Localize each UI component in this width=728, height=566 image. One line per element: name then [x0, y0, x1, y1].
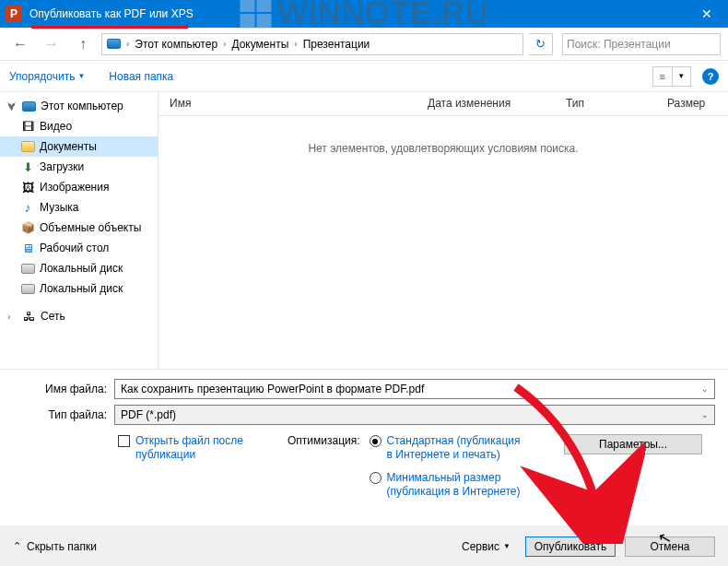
radio-standard[interactable]: Стандартная (публикация в Интернете и пе…	[370, 434, 525, 462]
filename-label: Имя файла:	[0, 383, 114, 395]
chevron-down-icon: ⌄	[701, 384, 709, 394]
pc-icon	[21, 99, 36, 113]
download-icon	[20, 159, 35, 174]
pc-icon	[106, 37, 121, 52]
sidebar-item-downloads[interactable]: Загрузки	[0, 157, 158, 177]
chevron-up-icon: ⌃	[13, 540, 21, 552]
disk-icon	[20, 261, 35, 276]
sidebar-item-desktop[interactable]: Рабочий стол	[0, 238, 158, 258]
music-icon	[20, 200, 35, 215]
powerpoint-icon: P	[6, 6, 22, 22]
breadcrumb-p2[interactable]: Презентации	[303, 38, 370, 51]
sidebar-item-pictures[interactable]: Изображения	[0, 177, 158, 197]
filename-input[interactable]: Как сохранить презентацию PowerPoint в ф…	[114, 379, 715, 399]
chevron-right-icon: ›	[124, 39, 131, 49]
filetype-combo[interactable]: PDF (*.pdf) ⌄	[114, 405, 715, 425]
chevron-down-icon: ▼	[503, 542, 511, 550]
chevron-down-icon: ▼	[77, 72, 85, 80]
footer: ⌃ Скрыть папки Сервис ▼ Опубликовать Отм…	[0, 525, 728, 566]
title-bar: P Опубликовать как PDF или XPS ✕	[0, 0, 728, 28]
sidebar-item-local-disk-1[interactable]: Локальный диск	[0, 258, 158, 278]
sidebar-item-network[interactable]: ›Сеть	[0, 306, 158, 326]
radio-minimum[interactable]: Минимальный размер (публикация в Интерне…	[370, 471, 525, 499]
column-date[interactable]: Дата изменения	[417, 92, 555, 115]
back-button[interactable]: ←	[7, 32, 33, 56]
file-list-area: Имя Дата изменения Тип Размер Нет элемен…	[159, 92, 728, 369]
new-folder-button[interactable]: Новая папка	[109, 70, 173, 83]
chevron-right-icon: ›	[292, 39, 299, 49]
search-placeholder: Поиск: Презентации	[567, 38, 671, 51]
title-underline	[31, 26, 188, 29]
chevron-down-icon: ⌄	[701, 410, 709, 419]
radio-icon	[370, 435, 382, 447]
publish-button[interactable]: Опубликовать	[525, 537, 616, 557]
breadcrumb-p1[interactable]: Документы	[231, 38, 288, 51]
column-type[interactable]: Тип	[555, 92, 656, 115]
window-title: Опубликовать как PDF или XPS	[29, 7, 686, 20]
list-view-icon: ≡	[653, 67, 673, 86]
filetype-label: Тип файла:	[0, 408, 114, 421]
list-header: Имя Дата изменения Тип Размер	[159, 92, 728, 116]
organize-button[interactable]: Упорядочить▼	[9, 70, 85, 83]
column-size[interactable]: Размер	[656, 92, 728, 115]
network-icon	[21, 309, 36, 324]
empty-message: Нет элементов, удовлетворяющих условиям …	[159, 142, 728, 155]
search-input[interactable]: Поиск: Презентации	[562, 33, 721, 55]
pictures-icon	[20, 180, 35, 195]
sidebar-item-documents[interactable]: Документы	[0, 136, 158, 157]
checkbox-icon	[118, 435, 130, 447]
chevron-down-icon: ▼	[673, 67, 691, 86]
video-icon	[20, 119, 35, 134]
disk-icon	[20, 281, 35, 296]
radio-icon	[370, 472, 382, 484]
desktop-icon	[20, 241, 35, 255]
tools-menu[interactable]: Сервис ▼	[462, 540, 511, 553]
close-button[interactable]: ✕	[686, 0, 728, 28]
chevron-right-icon: ›	[221, 39, 228, 49]
main-area: ⮟Этот компьютер Видео Документы Загрузки…	[0, 92, 728, 369]
help-button[interactable]: ?	[702, 68, 719, 85]
up-button[interactable]: ↑	[70, 32, 96, 56]
breadcrumb-root[interactable]: Этот компьютер	[135, 38, 217, 51]
optimization-label: Оптимизация:	[288, 434, 360, 499]
folder-icon	[20, 139, 35, 154]
sidebar-item-music[interactable]: Музыка	[0, 197, 158, 218]
sidebar-item-local-disk-2[interactable]: Локальный диск	[0, 278, 158, 299]
parameters-button[interactable]: Параметры...	[564, 434, 702, 454]
sidebar: ⮟Этот компьютер Видео Документы Загрузки…	[0, 92, 159, 369]
forward-button[interactable]: →	[39, 32, 65, 56]
sidebar-item-videos[interactable]: Видео	[0, 116, 158, 136]
sidebar-item-3d-objects[interactable]: 📦Объемные объекты	[0, 218, 158, 238]
breadcrumb[interactable]: › Этот компьютер › Документы › Презентац…	[101, 33, 523, 55]
view-mode-button[interactable]: ≡ ▼	[652, 66, 691, 87]
hide-folders-button[interactable]: ⌃ Скрыть папки	[13, 540, 97, 553]
nav-bar: ← → ↑ › Этот компьютер › Документы › Пре…	[0, 28, 728, 61]
column-name[interactable]: Имя	[159, 92, 417, 115]
open-after-checkbox[interactable]: Открыть файл после публикации	[118, 434, 275, 499]
sidebar-item-this-pc[interactable]: ⮟Этот компьютер	[0, 96, 158, 116]
save-form: Имя файла: Как сохранить презентацию Pow…	[0, 369, 728, 508]
refresh-button[interactable]: ↻	[529, 33, 553, 55]
objects-icon: 📦	[20, 220, 35, 235]
toolbar: Упорядочить▼ Новая папка ≡ ▼ ?	[0, 61, 728, 92]
